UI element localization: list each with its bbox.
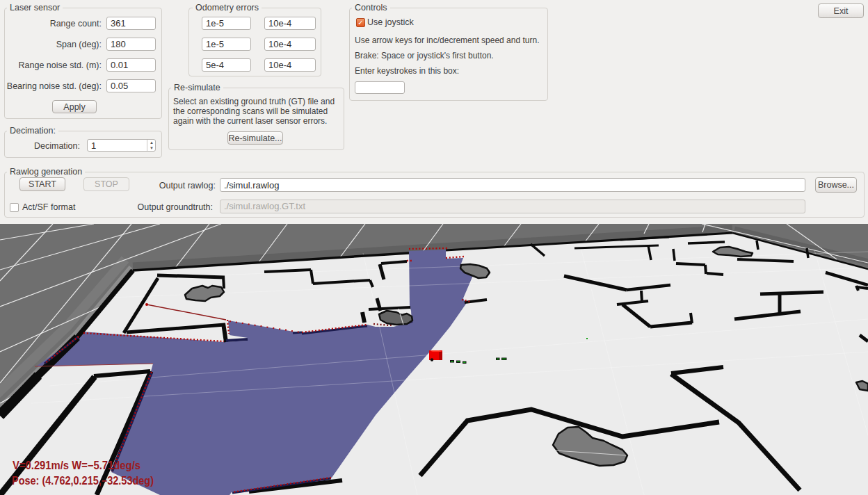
svg-text:Pose: (4.762,0.215,−32.53deg): Pose: (4.762,0.215,−32.53deg) bbox=[12, 475, 154, 487]
svg-text:V=0.291m/s W=−5.71deg/s: V=0.291m/s W=−5.71deg/s bbox=[13, 460, 140, 471]
